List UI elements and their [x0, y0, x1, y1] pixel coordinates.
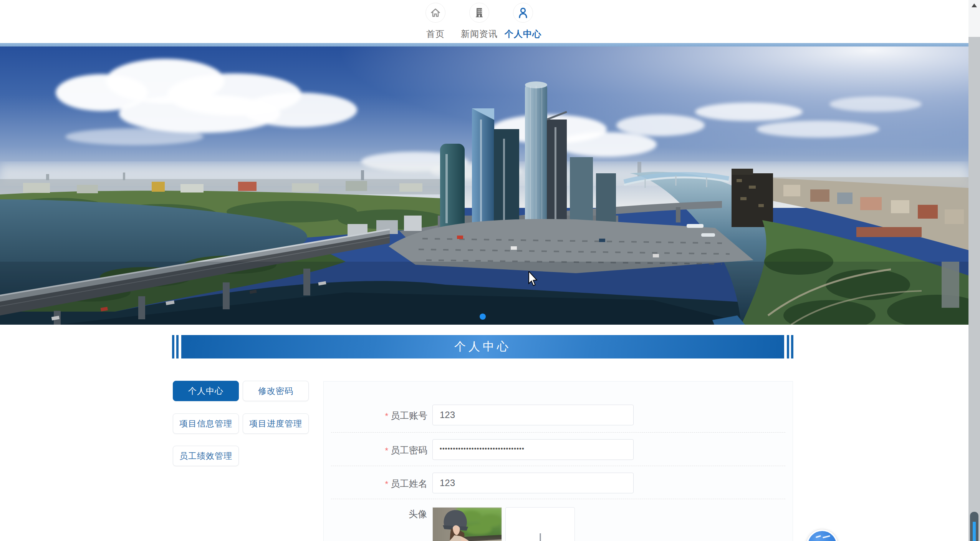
home-icon — [425, 3, 445, 23]
nav-items: 首页 新闻资讯 — [414, 0, 545, 43]
row-separator — [331, 432, 785, 433]
scrollbar-track[interactable] — [968, 0, 980, 541]
account-input[interactable] — [432, 405, 634, 425]
required-mark: * — [385, 411, 388, 421]
nav-label-news: 新闻资讯 — [461, 28, 498, 40]
password-input[interactable]: •••••••••••••••••••••••••••••••• — [432, 439, 634, 460]
scroll-up-arrow-icon[interactable] — [972, 3, 977, 7]
avatar-label: 头像 — [326, 508, 427, 520]
password-label: *员工密码 — [326, 444, 427, 456]
account-label: *员工账号 — [326, 410, 427, 422]
password-masked-value: •••••••••••••••••••••••••••••••• — [440, 445, 525, 452]
section-banner: 个人中心 — [172, 335, 793, 358]
top-navbar: 首页 新闻资讯 — [0, 0, 968, 43]
hero-carousel-slide — [0, 46, 968, 325]
sidebar-item-profile[interactable]: 个人中心 — [173, 381, 239, 401]
row-separator — [331, 499, 785, 499]
sidebar-item-project-info[interactable]: 项目信息管理 — [173, 413, 239, 434]
banner-stripe — [176, 335, 179, 358]
nav-item-news[interactable]: 新闻资讯 — [457, 0, 501, 43]
nav-label-home: 首页 — [426, 28, 445, 40]
avatar-image[interactable] — [432, 507, 502, 541]
user-icon — [513, 3, 533, 23]
sidebar-item-project-progress[interactable]: 项目进度管理 — [243, 413, 309, 434]
scrollbar-top-cap — [968, 0, 980, 37]
avatar-upload-button[interactable] — [505, 507, 575, 541]
row-separator — [331, 466, 785, 466]
banner-stripe — [172, 335, 174, 358]
banner-stripe — [787, 335, 789, 358]
banner-stripe — [791, 335, 793, 358]
sidebar-item-performance[interactable]: 员工绩效管理 — [173, 446, 239, 466]
nav-label-profile: 个人中心 — [505, 28, 541, 40]
plus-icon — [529, 531, 551, 541]
name-input[interactable] — [432, 473, 634, 493]
nav-underline — [0, 43, 980, 46]
nav-item-home[interactable]: 首页 — [414, 0, 457, 43]
required-mark: * — [385, 479, 388, 489]
required-mark: * — [385, 446, 388, 455]
banner-bar: 个人中心 — [181, 335, 784, 358]
sidebar-item-change-password[interactable]: 修改密码 — [243, 381, 309, 401]
carousel-dot-active[interactable] — [480, 314, 486, 320]
floating-service-button[interactable] — [806, 529, 838, 541]
banner-title: 个人中心 — [454, 339, 511, 355]
city-panorama-image — [0, 46, 968, 325]
scrollbar-thumb-accent — [973, 522, 976, 541]
building-icon — [469, 3, 489, 23]
nav-item-profile[interactable]: 个人中心 — [501, 0, 545, 43]
scrollbar-thumb[interactable] — [970, 512, 978, 541]
name-label: *员工姓名 — [326, 478, 427, 490]
page: 首页 新闻资讯 — [0, 0, 980, 541]
